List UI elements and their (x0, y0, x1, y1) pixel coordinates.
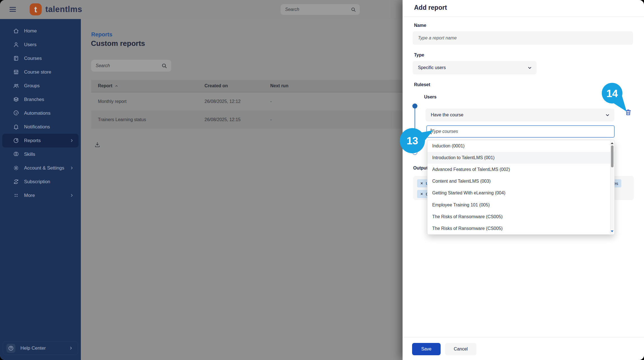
cancel-button[interactable]: Cancel (445, 343, 476, 355)
book-icon (13, 55, 19, 62)
global-search-input[interactable] (281, 4, 360, 15)
sidebar-item-reports[interactable]: Reports (2, 134, 79, 147)
sidebar-item-skills[interactable]: Skills (0, 147, 81, 161)
callout-step-13: 13 (398, 126, 434, 154)
screen: t talentlms HomeUsersCoursesCourse store… (0, 0, 644, 360)
pie-icon (13, 137, 19, 144)
global-search (281, 4, 360, 15)
save-button[interactable]: Save (412, 343, 441, 355)
sidebar-item-more[interactable]: More (0, 189, 81, 202)
automation-icon (13, 110, 19, 116)
ruleset-group-label: Users (424, 95, 436, 100)
user-icon (13, 41, 19, 48)
callout-step-14: 14 (601, 82, 627, 112)
chevron-right-icon (69, 346, 73, 350)
gear-icon (13, 165, 19, 171)
panel-title: Add report (414, 4, 447, 11)
page-title: Custom reports (91, 39, 145, 48)
chevron-down-icon (527, 65, 532, 70)
scroll-down-arrow-icon[interactable] (611, 230, 614, 232)
subscription-icon: $ (13, 178, 19, 185)
sidebar-item-courses[interactable]: Courses (0, 51, 81, 65)
course-search-input[interactable]: Type courses (426, 125, 615, 138)
home-icon (13, 28, 19, 34)
dropdown-option[interactable]: Content and TalentLMS (003) (427, 175, 614, 187)
course-dropdown-list: Induction (0001)Introduction to TalentLM… (427, 140, 614, 234)
download-icon[interactable] (94, 141, 101, 148)
dropdown-option[interactable]: Employee Training 101 (005) (427, 199, 614, 211)
chevron-right-icon (69, 166, 74, 170)
type-label: Type (414, 53, 424, 58)
divider (403, 17, 644, 17)
help-center-label: Help Center (20, 345, 46, 351)
callout-13-number: 13 (406, 135, 418, 147)
sidebar-item-account-settings[interactable]: Account & Settings (0, 161, 81, 175)
scrollbar-thumb[interactable] (611, 145, 614, 167)
dropdown-option[interactable]: Introduction to TalentLMS (001) (427, 152, 614, 164)
ruleset-label: Ruleset (414, 82, 430, 87)
app-window: t talentlms HomeUsersCoursesCourse store… (0, 0, 644, 360)
sidebar-item-groups[interactable]: Groups (0, 79, 81, 93)
name-label: Name (414, 23, 426, 28)
sidebar-item-branches[interactable]: Branches (0, 93, 81, 106)
dropdown-option[interactable]: The Risks of Ransomware (CS005) (427, 223, 614, 234)
scroll-up-arrow-icon[interactable] (611, 142, 614, 144)
dropdown-option[interactable]: Induction (0001) (427, 140, 614, 152)
sort-asc-icon (114, 84, 119, 88)
question-icon (8, 345, 14, 351)
output-label: Output (413, 166, 428, 171)
brain-icon (13, 151, 19, 157)
store-icon (13, 69, 19, 75)
reports-search-input[interactable] (91, 60, 171, 72)
callout-14-number: 14 (606, 88, 618, 99)
talentlms-logo[interactable]: t talentlms (30, 3, 82, 15)
sidebar-item-automations[interactable]: Automations (0, 106, 81, 120)
footer-divider (403, 337, 644, 337)
sidebar-item-users[interactable]: Users (0, 38, 81, 51)
breadcrumb[interactable]: Reports (91, 31, 112, 38)
chevron-down-icon (605, 112, 610, 118)
rule-step-dot (412, 103, 417, 109)
sidebar: HomeUsersCoursesCourse storeGroupsBranch… (0, 19, 81, 360)
svg-text:$: $ (15, 180, 17, 183)
dropdown-scrollbar[interactable] (610, 141, 614, 234)
type-select[interactable]: Specific users (413, 61, 537, 74)
column-report[interactable]: Report (98, 83, 205, 88)
chip-remove-button[interactable]: ✕ (420, 192, 423, 196)
dropdown-option[interactable]: The Risks of Ransomware (CS005) (427, 211, 614, 223)
dropdown-option[interactable]: Getting Started With eLearning (004) (427, 187, 614, 199)
help-badge (6, 344, 15, 353)
search-icon[interactable] (350, 6, 356, 13)
sidebar-item-course-store[interactable]: Course store (0, 65, 81, 79)
logo-text: talentlms (45, 5, 82, 14)
course-dropdown: Induction (0001)Introduction to TalentLM… (427, 140, 615, 235)
group-icon (13, 83, 19, 89)
search-icon[interactable] (161, 62, 168, 69)
chevron-right-icon (69, 138, 74, 143)
sidebar-item-subscription[interactable]: $Subscription (0, 175, 81, 189)
chevron-right-icon (69, 193, 74, 198)
hamburger-menu-icon[interactable] (10, 7, 16, 12)
rule-select[interactable]: Have the course (426, 109, 614, 121)
sidebar-item-notifications[interactable]: Notifications (0, 120, 81, 134)
sidebar-item-home[interactable]: Home (0, 24, 81, 38)
layers-icon (13, 96, 19, 103)
sidebar-nav: HomeUsersCoursesCourse storeGroupsBranch… (0, 24, 81, 202)
logo-badge-icon: t (30, 3, 42, 15)
report-name-input[interactable] (413, 31, 633, 45)
type-select-value: Specific users (418, 65, 446, 70)
column-created-on[interactable]: Created on (205, 83, 270, 88)
course-input-placeholder: Type courses (432, 129, 458, 134)
add-report-panel: Add report Name Type Specific users Rule… (403, 0, 644, 360)
reports-search (91, 60, 171, 72)
chip-remove-button[interactable]: ✕ (420, 181, 423, 185)
rule-select-value: Have the course (431, 112, 464, 117)
dropdown-option[interactable]: Advanced Features of TalentLMS (002) (427, 164, 614, 175)
sidebar-item-help-center[interactable]: Help Center (3, 341, 78, 355)
dots-icon (13, 192, 19, 199)
bell-icon (13, 124, 19, 130)
